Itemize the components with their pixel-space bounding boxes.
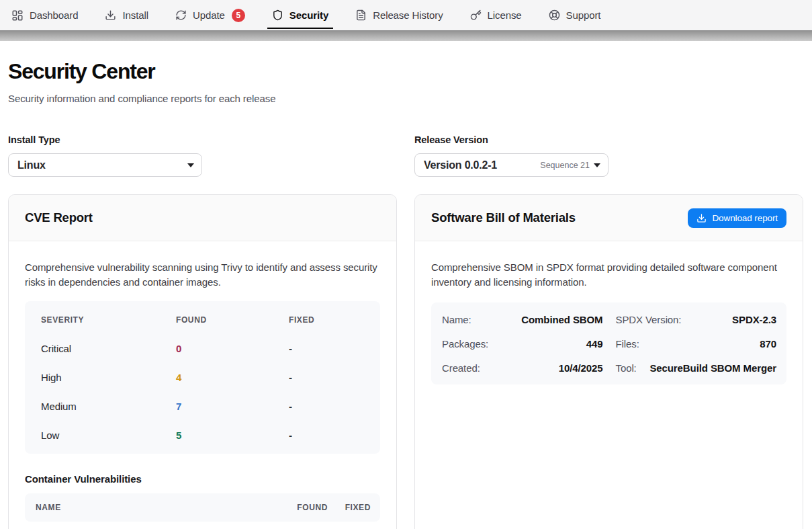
cve-card-header: CVE Report — [9, 195, 396, 241]
found-count: 7 — [176, 401, 289, 412]
table-row-medium: Medium 7 - — [25, 392, 380, 421]
cve-card-title: CVE Report — [25, 210, 93, 225]
container-vulnerabilities-table-header: NAME FOUND FIXED — [25, 493, 380, 522]
install-type-filter: Install Type Linux — [8, 134, 397, 177]
refresh-icon — [175, 9, 187, 21]
cve-report-card: CVE Report Comprehensive vulnerability s… — [8, 194, 397, 529]
shield-icon — [272, 9, 283, 21]
dashboard-icon — [11, 9, 24, 22]
severity-col-header: SEVERITY — [41, 315, 176, 325]
fixed-col-header: FIXED — [289, 315, 380, 325]
sbom-field-packages: Packages: 449 — [442, 331, 603, 356]
nav-item-license[interactable]: License — [470, 0, 522, 30]
field-label: Packages: — [442, 338, 488, 350]
severity-table: SEVERITY FOUND FIXED Critical 0 - High 4… — [25, 301, 380, 454]
install-type-label: Install Type — [8, 134, 397, 145]
table-row-high: High 4 - — [25, 363, 380, 392]
update-count-badge: 5 — [232, 9, 245, 22]
cards-row: CVE Report Comprehensive vulnerability s… — [8, 194, 803, 529]
sbom-description: Comprehensive SBOM in SPDX format provid… — [431, 260, 786, 289]
found-count: 5 — [176, 430, 289, 441]
nav-item-label: Dashboard — [30, 9, 78, 21]
sbom-field-created: Created: 10/4/2025 — [442, 356, 603, 380]
field-value: SecureBuild SBOM Merger — [649, 362, 776, 374]
install-type-value: Linux — [17, 159, 46, 171]
nav-item-release-history[interactable]: Release History — [355, 0, 443, 30]
page-title: Security Center — [8, 59, 803, 84]
nav-item-label: Release History — [373, 9, 443, 21]
nav-item-label: Support — [566, 9, 601, 21]
nav-item-label: Update — [193, 9, 225, 21]
release-version-value: Version 0.0.2-1 — [424, 159, 497, 171]
lifebuoy-icon — [549, 9, 560, 21]
download-report-label: Download report — [712, 213, 778, 223]
sbom-card: Software Bill of Materials Download repo… — [414, 194, 803, 529]
nav-item-dashboard[interactable]: Dashboard — [11, 0, 78, 30]
cve-description: Comprehensive vulnerability scanning usi… — [25, 260, 380, 289]
main-content: Security Center Security information and… — [0, 59, 812, 529]
nav-item-label: Security — [289, 9, 328, 21]
found-col-header: FOUND — [176, 315, 289, 325]
severity-label: Medium — [41, 401, 176, 412]
sbom-field-tool: Tool: SecureBuild SBOM Merger — [616, 356, 777, 380]
release-sequence-label: Sequence 21 — [540, 161, 590, 170]
severity-label: Low — [41, 430, 176, 441]
fixed-count: - — [289, 372, 380, 383]
found-col-header: FOUND — [287, 503, 328, 512]
field-label: Created: — [442, 362, 480, 374]
sbom-info-panel: Name: Combined SBOM SPDX Version: SPDX-2… — [431, 302, 786, 384]
sbom-card-header: Software Bill of Materials Download repo… — [415, 195, 803, 241]
page-subtitle: Security information and compliance repo… — [8, 93, 803, 104]
field-value: 449 — [586, 338, 603, 350]
sbom-card-title: Software Bill of Materials — [431, 210, 576, 225]
key-icon — [470, 9, 482, 21]
nav-item-label: License — [488, 9, 522, 21]
container-vulnerabilities-heading: Container Vulnerabilities — [25, 473, 380, 485]
fixed-count: - — [289, 430, 380, 441]
sbom-card-body: Comprehensive SBOM in SPDX format provid… — [415, 241, 803, 529]
header-gradient-strip — [0, 30, 812, 41]
nav-item-install[interactable]: Install — [105, 0, 148, 30]
sbom-field-name: Name: Combined SBOM — [442, 307, 603, 331]
field-value: 870 — [760, 338, 776, 350]
release-version-select[interactable]: Version 0.0.2-1 Sequence 21 — [414, 153, 608, 177]
sbom-field-spdx-version: SPDX Version: SPDX-2.3 — [616, 307, 777, 331]
found-count: 0 — [176, 343, 289, 354]
nav-item-support[interactable]: Support — [549, 0, 601, 30]
field-label: SPDX Version: — [616, 314, 682, 325]
top-navigation: Dashboard Install Update 5 Security Rele… — [0, 0, 812, 30]
cve-card-body: Comprehensive vulnerability scanning usi… — [9, 241, 396, 529]
severity-label: Critical — [41, 343, 176, 354]
download-report-button[interactable]: Download report — [688, 208, 786, 228]
table-row-critical: Critical 0 - — [25, 334, 380, 363]
release-version-label: Release Version — [414, 134, 803, 145]
found-count: 4 — [176, 372, 289, 383]
nav-item-label: Install — [122, 9, 148, 21]
field-value: Combined SBOM — [521, 314, 602, 325]
field-label: Files: — [616, 338, 639, 350]
severity-table-header: SEVERITY FOUND FIXED — [25, 305, 380, 334]
sbom-field-files: Files: 870 — [616, 331, 777, 356]
filters-row: Install Type Linux Release Version Versi… — [8, 134, 803, 177]
download-icon — [696, 213, 707, 223]
fixed-col-header: FIXED — [328, 503, 371, 512]
install-type-select[interactable]: Linux — [8, 153, 202, 177]
file-text-icon — [355, 9, 367, 21]
nav-item-update[interactable]: Update 5 — [175, 0, 245, 30]
field-value: 10/4/2025 — [559, 362, 603, 374]
fixed-count: - — [289, 343, 380, 354]
download-icon — [105, 9, 116, 21]
fixed-count: - — [289, 401, 380, 412]
field-label: Name: — [442, 314, 471, 325]
severity-label: High — [41, 372, 176, 383]
release-version-filter: Release Version Version 0.0.2-1 Sequence… — [414, 134, 803, 177]
chevron-down-icon — [594, 163, 600, 167]
name-col-header: NAME — [36, 503, 287, 512]
field-label: Tool: — [616, 362, 637, 374]
chevron-down-icon — [187, 163, 194, 167]
nav-item-security[interactable]: Security — [272, 0, 328, 30]
table-row-low: Low 5 - — [25, 421, 380, 450]
field-value: SPDX-2.3 — [732, 314, 776, 325]
